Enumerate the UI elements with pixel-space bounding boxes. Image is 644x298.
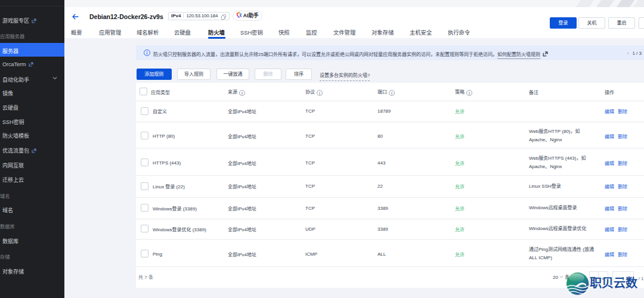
svg-text:职贝云数: 职贝云数 xyxy=(590,276,638,290)
